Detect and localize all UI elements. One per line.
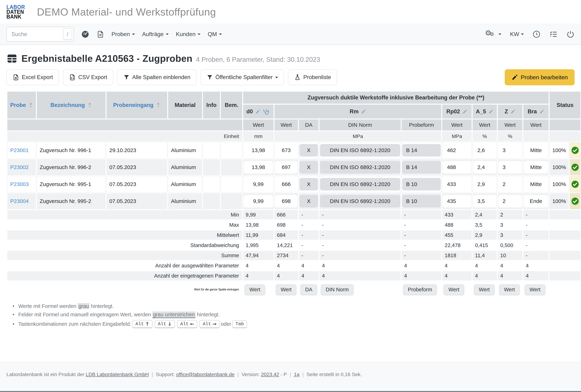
a5-input[interactable]: 3,5	[473, 195, 496, 207]
menu-kunden-label: Kunden	[176, 31, 196, 37]
param-header-rp02: Rp02	[442, 105, 472, 118]
pencil-icon[interactable]	[488, 109, 494, 114]
results-table: Probe Bezeichnung Probeneingang Material…	[6, 91, 581, 299]
show-all-columns-button[interactable]: Alle Spalten einblenden	[117, 69, 196, 85]
chevron-down-icon	[198, 33, 200, 36]
rm-input[interactable]: 698	[275, 195, 298, 207]
settings-gears-menu[interactable]: ⚙⚙	[485, 30, 501, 39]
kbd-alt-left: Alt←	[177, 320, 197, 328]
csv-export-button[interactable]: CSV Export	[63, 69, 113, 85]
d0-input[interactable]: 9,99	[244, 178, 273, 190]
logout-power-icon[interactable]	[566, 30, 574, 38]
z-input[interactable]: 3	[498, 144, 522, 157]
fill-rm-wert-button[interactable]: Wert	[276, 284, 296, 295]
bra-input[interactable]: Mitte	[524, 144, 548, 157]
fill-rp02-wert-button[interactable]: Wert	[444, 284, 464, 295]
z-input[interactable]: 3	[498, 161, 522, 173]
bezeichnung-cell: Zugversuch Nr. 996-2	[37, 159, 106, 175]
fill-a5-wert-button[interactable]: Wert	[474, 284, 494, 295]
bem-cell	[221, 176, 242, 192]
stethoscope-icon[interactable]	[263, 108, 269, 115]
fill-bra-wert-button[interactable]: Wert	[525, 284, 545, 295]
rm-input[interactable]: 673	[275, 144, 298, 157]
status-ok-cell	[570, 159, 580, 175]
bra-input[interactable]: Mitte	[524, 161, 548, 173]
da-field[interactable]: X	[300, 161, 318, 173]
stats-label: Min	[7, 210, 242, 219]
bra-input[interactable]: Mitte	[524, 178, 548, 190]
probeneingang-cell: 07.05.2023	[106, 193, 167, 209]
din-norm-field[interactable]: DIN EN ISO 6892-1:2020	[320, 161, 400, 173]
edit-samples-button[interactable]: Proben bearbeiten	[505, 69, 574, 85]
pencil-icon[interactable]	[462, 109, 467, 114]
d0-input[interactable]: 13,98	[244, 161, 273, 173]
z-input[interactable]: 2	[498, 178, 522, 190]
document-icon[interactable]	[96, 30, 104, 38]
support-email-link[interactable]: office@labordatenbank.de	[176, 372, 234, 377]
da-field[interactable]: X	[300, 178, 318, 190]
sort-icon	[28, 102, 33, 108]
fill-din-norm-button[interactable]: DIN Norm	[321, 284, 354, 295]
din-norm-field[interactable]: DIN EN ISO 6892-1:2020	[320, 195, 400, 207]
chevron-down-icon	[498, 33, 501, 36]
probe-link[interactable]: P23002	[7, 164, 28, 170]
column-header-probeneingang[interactable]: Probeneingang	[106, 92, 167, 118]
probeform-field[interactable]: B 14	[402, 161, 441, 173]
a5-input[interactable]: 2,6	[473, 144, 496, 157]
rp02-input[interactable]: 488	[443, 161, 471, 173]
revision-link[interactable]: 1a	[294, 372, 300, 377]
sample-list-button[interactable]: Probenliste	[288, 69, 337, 85]
probeform-field[interactable]: B 10	[402, 178, 441, 190]
z-input[interactable]: 2	[498, 195, 522, 207]
kw-menu[interactable]: KW	[510, 31, 524, 37]
ldb-gmbh-link[interactable]: LDB Labordatenbank GmbH	[86, 372, 149, 377]
din-norm-field[interactable]: DIN EN ISO 6892-1:2020	[320, 178, 400, 190]
pencil-icon[interactable]	[361, 109, 366, 114]
menu-kunden[interactable]: Kunden	[176, 31, 200, 37]
rm-input[interactable]: 697	[275, 161, 298, 173]
probeform-field[interactable]: B 14	[402, 144, 441, 157]
note-formula-manual: Felder mit Formel und manuell eingetrage…	[12, 312, 574, 318]
da-field[interactable]: X	[300, 195, 318, 207]
probeform-field[interactable]: B 10	[402, 195, 441, 207]
bra-input[interactable]: Ende	[524, 195, 548, 207]
menu-proben[interactable]: Proben	[112, 31, 135, 37]
toolbar: Excel Export CSV Export Alle Spalten ein…	[6, 69, 574, 85]
column-header-bezeichnung[interactable]: Bezeichnung	[37, 92, 106, 118]
da-field[interactable]: X	[300, 144, 318, 157]
a5-input[interactable]: 2,9	[473, 178, 496, 190]
pencil-icon[interactable]	[539, 109, 544, 114]
fill-da-button[interactable]: DA	[300, 284, 317, 295]
rp02-input[interactable]: 435	[443, 195, 471, 207]
fill-probeform-button[interactable]: Probeform	[403, 284, 437, 295]
bem-cell	[221, 193, 242, 209]
rp02-label: Rp02	[446, 108, 460, 115]
probe-link[interactable]: P23003	[7, 181, 28, 187]
d0-input[interactable]: 13,98	[244, 144, 273, 157]
version-link[interactable]: 2023.42	[261, 372, 279, 377]
a5-input[interactable]: 2,4	[473, 161, 496, 173]
d0-input[interactable]: 9,99	[244, 195, 273, 207]
checklist-icon[interactable]	[549, 30, 558, 38]
menu-auftraege[interactable]: Aufträge	[142, 31, 169, 37]
dashboard-gauge-icon[interactable]	[81, 30, 89, 38]
excel-export-button[interactable]: Excel Export	[6, 69, 59, 85]
edit-samples-label: Proben bearbeiten	[521, 74, 568, 81]
rp02-input[interactable]: 433	[443, 178, 471, 190]
probe-link[interactable]: P23004	[7, 198, 28, 204]
rp02-input[interactable]: 462	[443, 144, 471, 157]
clock-icon[interactable]	[532, 30, 540, 38]
rm-input[interactable]: 666	[275, 178, 298, 190]
fill-z-wert-button[interactable]: Wert	[499, 284, 520, 295]
pencil-icon[interactable]	[255, 109, 260, 114]
pencil-icon[interactable]	[510, 109, 516, 114]
fill-d0-wert-button[interactable]: Wert	[244, 284, 265, 295]
subheader-a5-wert: Wert	[472, 119, 497, 130]
public-column-filters-button[interactable]: Öffentliche Spaltenfilter	[200, 69, 284, 85]
chevron-down-icon	[521, 33, 524, 36]
menu-qm[interactable]: QM	[208, 31, 222, 37]
din-norm-field[interactable]: DIN EN ISO 6892-1:2020	[320, 144, 400, 157]
labordatenbank-logo[interactable]: LABOR DATEN BANK	[6, 5, 25, 19]
probe-link[interactable]: P23001	[7, 147, 28, 153]
column-header-probe[interactable]: Probe	[7, 92, 36, 118]
